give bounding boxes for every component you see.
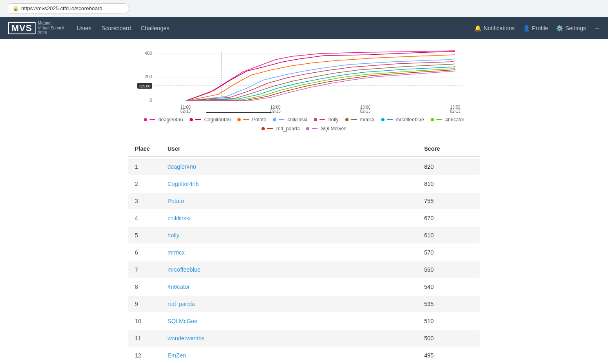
settings-label: Settings xyxy=(565,25,586,31)
legend-line xyxy=(312,128,317,129)
legend-item: mrmcx xyxy=(345,117,375,123)
legend-dot xyxy=(262,127,265,130)
brand-mvs-logo: MVS xyxy=(8,22,36,34)
nav-users[interactable]: Users xyxy=(77,25,92,31)
logout-button[interactable]: → xyxy=(594,25,600,31)
url-bar[interactable]: 🔒 https://mvs2025.ctfd.io/scoreboard xyxy=(7,3,129,13)
table-row: 3 Potato 755 xyxy=(128,193,480,209)
score-value: 755 xyxy=(424,198,473,204)
user-link[interactable]: mrcoffeeblue xyxy=(168,266,201,273)
chart-container: 400 200 0 125.00 11:00 02-13 12:00 02-13… xyxy=(128,47,480,113)
legend-dot xyxy=(190,118,193,121)
user-link[interactable]: SQLMcGee xyxy=(168,318,197,324)
table-header: Place User Score xyxy=(128,141,480,157)
user-cell: Potato xyxy=(168,198,424,204)
score-value: 820 xyxy=(424,163,473,170)
legend-name: mrmcx xyxy=(360,117,375,123)
legend-name: red_panda xyxy=(276,126,300,132)
svg-text:125.00: 125.00 xyxy=(139,84,150,88)
svg-text:02-13: 02-13 xyxy=(360,109,371,113)
table-row: 11 wonderwembs 500 xyxy=(128,330,480,346)
user-link[interactable]: cniklinski xyxy=(168,215,190,221)
legend-item: mrcoffeeblue xyxy=(381,117,424,123)
table-row: 2 Cognitor4n6 810 xyxy=(128,176,480,192)
user-link[interactable]: Cognitor4n6 xyxy=(168,181,199,187)
legend-dot xyxy=(345,118,349,121)
table-row: 4 cniklinski 670 xyxy=(128,210,480,226)
bell-icon: 🔔 xyxy=(474,25,481,31)
logout-icon: → xyxy=(594,25,600,31)
place-number: 1 xyxy=(135,163,168,170)
legend-item: deagler4n6 xyxy=(144,117,183,123)
user-link[interactable]: red_panda xyxy=(168,301,195,307)
score-rows-container: 1 deagler4n6 820 2 Cognitor4n6 810 3 Pot… xyxy=(128,159,480,364)
user-link[interactable]: deagler4n6 xyxy=(168,163,196,170)
nav-challenges[interactable]: Challenges xyxy=(141,25,169,31)
score-value: 500 xyxy=(424,335,473,342)
legend-line xyxy=(351,119,357,120)
navbar: MVS Magnet Virtual Summit 2025 Users Sco… xyxy=(0,17,608,39)
legend-name: 4n6cator xyxy=(445,117,465,123)
svg-text:02-13: 02-13 xyxy=(450,109,460,113)
user-cell: cniklinski xyxy=(168,215,424,221)
legend-dot xyxy=(431,118,434,121)
legend-name: deagler4n6 xyxy=(159,117,183,123)
user-cell: deagler4n6 xyxy=(168,163,424,170)
place-number: 9 xyxy=(135,301,168,307)
legend-name: mrcoffeeblue xyxy=(396,117,424,123)
legend-item: holly xyxy=(314,117,339,123)
browser-bar: 🔒 https://mvs2025.ctfd.io/scoreboard xyxy=(0,0,608,17)
notifications-button[interactable]: 🔔 Notifications xyxy=(474,25,514,31)
legend-dot xyxy=(237,118,241,121)
place-number: 2 xyxy=(135,181,168,187)
legend-name: cniklinski xyxy=(288,117,307,123)
user-link[interactable]: EmZen xyxy=(168,352,186,359)
place-number: 5 xyxy=(135,232,168,239)
lock-icon: 🔒 xyxy=(13,6,19,11)
legend-line xyxy=(195,119,201,120)
header-user: User xyxy=(168,145,424,152)
table-row: 5 holly 610 xyxy=(128,227,480,243)
place-number: 4 xyxy=(135,215,168,221)
legend-line xyxy=(279,119,284,120)
legend-item: red_panda xyxy=(262,126,300,132)
table-row: 1 deagler4n6 820 xyxy=(128,159,480,175)
legend-item: Potato xyxy=(237,117,266,123)
legend-line xyxy=(436,119,442,120)
table-row: 12 EmZen 495 xyxy=(128,347,480,364)
score-value: 810 xyxy=(424,181,473,187)
nav-scoreboard[interactable]: Scoreboard xyxy=(101,25,131,31)
table-row: 9 red_panda 535 xyxy=(128,296,480,312)
legend-item: Cognitor4n6 xyxy=(190,117,231,123)
brand-subtitle: Magnet Virtual Summit 2025 xyxy=(38,21,65,36)
notifications-label: Notifications xyxy=(483,25,514,31)
user-link[interactable]: 4n6cator xyxy=(168,284,190,290)
nav-right: 🔔 Notifications 👤 Profile ⚙️ Settings → xyxy=(474,25,600,31)
legend-name: Potato xyxy=(252,117,266,123)
profile-button[interactable]: 👤 Profile xyxy=(523,25,548,31)
legend-name: SQLMcGee xyxy=(321,126,346,132)
user-link[interactable]: Potato xyxy=(168,198,184,204)
table-row: 10 SQLMcGee 510 xyxy=(128,313,480,329)
place-number: 6 xyxy=(135,249,168,256)
legend-dot xyxy=(306,127,309,130)
navbar-brand[interactable]: MVS Magnet Virtual Summit 2025 xyxy=(8,21,65,36)
score-value: 610 xyxy=(424,232,473,239)
table-row: 8 4n6cator 540 xyxy=(128,279,480,295)
place-number: 11 xyxy=(135,335,168,342)
score-value: 550 xyxy=(424,266,473,273)
user-link[interactable]: wonderwembs xyxy=(168,335,204,342)
user-link[interactable]: mrmcx xyxy=(168,249,185,256)
score-value: 495 xyxy=(424,352,473,359)
user-cell: mrcoffeeblue xyxy=(168,266,424,273)
table-row: 6 mrmcx 570 xyxy=(128,244,480,261)
profile-label: Profile xyxy=(532,25,548,31)
user-link[interactable]: holly xyxy=(168,232,179,239)
header-score: Score xyxy=(424,145,473,152)
settings-button[interactable]: ⚙️ Settings xyxy=(556,25,586,31)
user-cell: holly xyxy=(168,232,424,239)
legend-item: SQLMcGee xyxy=(306,126,346,132)
user-cell: Cognitor4n6 xyxy=(168,181,424,187)
legend-item: cniklinski xyxy=(273,117,307,123)
score-value: 540 xyxy=(424,284,473,290)
